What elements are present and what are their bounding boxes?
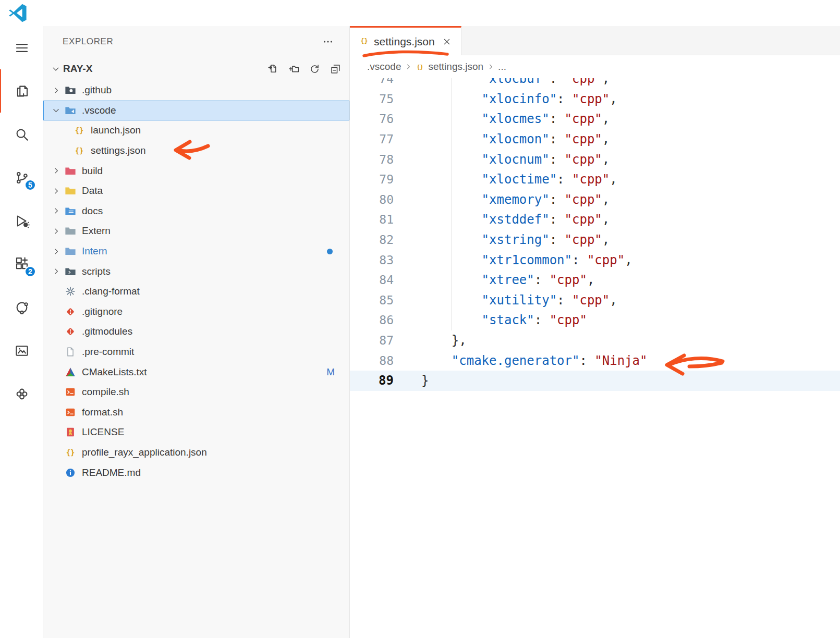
extension-clover-icon	[14, 386, 30, 402]
line-number: 77	[350, 132, 402, 146]
vscode-window: 52 EXPLORER RAY-X .github.vscode{}launch…	[0, 0, 840, 638]
tree-item-settings-json[interactable]: {}settings.json	[43, 141, 349, 161]
code-line-83[interactable]: 83 "xtr1common": "cpp",	[350, 250, 840, 270]
tab-settings-json[interactable]: {} settings.json	[350, 26, 461, 55]
section-label: RAY-X	[63, 63, 92, 75]
line-number: 83	[350, 253, 402, 267]
code-line-75[interactable]: 75 "xlocinfo": "cpp",	[350, 89, 840, 109]
tree-item-vscode[interactable]: .vscode	[43, 101, 349, 121]
close-icon[interactable]	[442, 37, 452, 46]
activity-extension-clover[interactable]	[0, 372, 43, 415]
tree-item-license[interactable]: LICENSE	[43, 422, 349, 443]
code-line-74[interactable]: 74 "xlocbuf": "cpp",	[350, 78, 840, 89]
chevron-down-icon	[50, 64, 62, 73]
tree-item-cmakelists-txt[interactable]: CMakeLists.txtM	[43, 362, 349, 382]
folder-build-icon	[64, 165, 77, 177]
tree-item-docs[interactable]: docs	[43, 201, 349, 222]
chevron-right-icon	[405, 63, 412, 70]
tree-item-readme-md[interactable]: README.md	[43, 462, 349, 483]
tree-item-profile-rayx-application-json[interactable]: {}profile_rayx_application.json	[43, 443, 349, 463]
collapse-all-icon[interactable]	[330, 64, 341, 75]
code-line-76[interactable]: 76 "xlocmes": "cpp",	[350, 109, 840, 129]
code-line-86[interactable]: 86 "stack": "cpp"	[350, 310, 840, 330]
tree-item-github[interactable]: .github	[43, 80, 349, 101]
code-text: "cmake.generator": "Ninja"	[402, 353, 648, 368]
folder-scripts-icon	[64, 266, 77, 277]
code-line-85[interactable]: 85 "xutility": "cpp",	[350, 290, 840, 311]
breadcrumb-more[interactable]: ...	[498, 61, 506, 72]
code-line-82[interactable]: 82 "xstring": "cpp",	[350, 230, 840, 250]
menu-icon	[14, 40, 30, 56]
file-icon	[64, 346, 77, 358]
code-editor[interactable]: 74 "xlocbuf": "cpp",75 "xlocinfo": "cpp"…	[350, 78, 840, 638]
tab-label: settings.json	[374, 35, 435, 48]
tree-item-gitmodules[interactable]: .gitmodules	[43, 322, 349, 342]
folder-intern-icon	[64, 246, 77, 257]
new-file-icon[interactable]	[267, 64, 278, 75]
code-line-81[interactable]: 81 "xstddef": "cpp",	[350, 210, 840, 230]
chevron-right-icon	[50, 187, 62, 195]
tree-item-label: docs	[82, 205, 103, 217]
tree-item-extern[interactable]: Extern	[43, 221, 349, 241]
sidebar-header: EXPLORER	[43, 26, 349, 57]
tree-item-data[interactable]: Data	[43, 181, 349, 201]
code-line-87[interactable]: 87 },	[350, 330, 840, 351]
activity-image-preview[interactable]	[0, 329, 43, 372]
code-line-89[interactable]: 89}	[350, 371, 840, 391]
code-text: "xmemory": "cpp",	[402, 192, 610, 207]
git-icon	[64, 306, 77, 317]
vscode-logo-icon	[8, 4, 27, 22]
section-header-ray-x[interactable]: RAY-X	[43, 57, 349, 80]
more-actions-icon[interactable]	[322, 36, 334, 47]
chevron-right-icon	[50, 166, 62, 175]
chevron-right-icon	[487, 63, 494, 70]
line-number: 89	[350, 373, 402, 388]
code-line-88[interactable]: 88 "cmake.generator": "Ninja"	[350, 350, 840, 371]
tree-item-gitignore[interactable]: .gitignore	[43, 302, 349, 322]
code-line-84[interactable]: 84 "xtree": "cpp",	[350, 270, 840, 290]
new-folder-icon[interactable]	[288, 64, 299, 75]
code-text: "xlocmon": "cpp",	[402, 132, 610, 146]
activity-menu[interactable]	[0, 26, 43, 69]
tree-item-scripts[interactable]: scripts	[43, 261, 349, 281]
search-icon	[14, 127, 30, 142]
tree-item-launch-json[interactable]: {}launch.json	[43, 120, 349, 141]
code-text: },	[402, 333, 467, 348]
tree-item-compile-sh[interactable]: compile.sh	[43, 382, 349, 402]
tree-item-intern[interactable]: Intern	[43, 241, 349, 262]
line-number: 85	[350, 293, 402, 307]
tree-item-label: Data	[82, 185, 103, 197]
refresh-icon[interactable]	[309, 64, 320, 75]
activity-search[interactable]	[0, 113, 43, 156]
tree-item-build[interactable]: build	[43, 161, 349, 181]
line-number: 76	[350, 112, 402, 126]
tree-item-label: .vscode	[82, 105, 116, 116]
code-line-78[interactable]: 78 "xlocnum": "cpp",	[350, 149, 840, 169]
breadcrumb-vscode[interactable]: .vscode	[367, 61, 401, 72]
tree-item-format-sh[interactable]: format.sh	[43, 402, 349, 423]
git-icon	[64, 326, 77, 337]
activity-run-debug[interactable]	[0, 199, 43, 242]
activity-explorer[interactable]	[0, 69, 43, 113]
chevron-right-icon	[50, 267, 62, 276]
breadcrumb: .vscode {} settings.json ...	[350, 55, 840, 78]
modified-badge: M	[326, 366, 335, 378]
breadcrumb-settings-json[interactable]: settings.json	[428, 61, 483, 72]
indent-guide	[452, 78, 452, 330]
code-line-77[interactable]: 77 "xlocmon": "cpp",	[350, 129, 840, 150]
line-number: 78	[350, 153, 402, 166]
tree-item-pre-commit[interactable]: .pre-commit	[43, 342, 349, 362]
activity-history[interactable]	[0, 286, 43, 329]
json-braces-icon: {}	[359, 36, 369, 46]
code-text: "xstring": "cpp",	[402, 232, 610, 247]
line-number: 74	[350, 78, 402, 85]
activity-source-control[interactable]: 5	[0, 156, 43, 199]
activity-extensions[interactable]: 2	[0, 242, 43, 286]
folder-github-icon	[64, 84, 77, 96]
cmake-icon	[64, 366, 77, 378]
code-line-80[interactable]: 80 "xmemory": "cpp",	[350, 190, 840, 210]
tree-item-label: .gitignore	[82, 306, 123, 317]
source-control-icon: 5	[14, 170, 30, 186]
tree-item-clang-format[interactable]: .clang-format	[43, 281, 349, 302]
code-line-79[interactable]: 79 "xloctime": "cpp",	[350, 169, 840, 190]
